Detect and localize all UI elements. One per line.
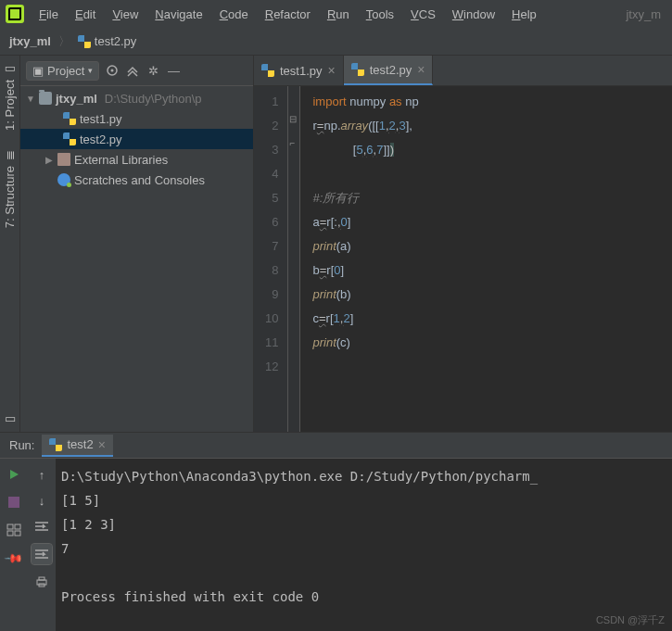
breadcrumb-project[interactable]: jtxy_ml: [9, 34, 51, 48]
project-tool-window: ▣ Project▾ ✲ — ▼ jtxy_ml D:\Study\Python…: [20, 56, 254, 432]
fold-end-icon: ⌐: [289, 138, 295, 148]
structure-icon: ≣: [4, 149, 17, 162]
svg-point-1: [111, 69, 114, 72]
console-output[interactable]: D:\Study\Python\Anaconda3\python.exe D:/…: [56, 459, 672, 631]
project-icon: ▭: [4, 63, 17, 76]
python-file-icon: [261, 64, 274, 77]
close-icon[interactable]: ×: [98, 437, 106, 452]
code-editor[interactable]: 123456789101112 ⊟ ⌐ import numpy as npr=…: [254, 86, 672, 432]
run-console-actions: ↑ ↓: [28, 459, 56, 631]
menu-view[interactable]: View: [105, 5, 146, 24]
tree-file[interactable]: test2.py: [20, 129, 253, 149]
scratches-node[interactable]: Scratches and Consoles: [20, 170, 253, 190]
close-icon[interactable]: ×: [328, 63, 336, 78]
breadcrumb-file[interactable]: test2.py: [78, 34, 137, 48]
menu-help[interactable]: Help: [504, 5, 544, 24]
library-icon: [57, 153, 70, 166]
menu-code[interactable]: Code: [212, 5, 256, 24]
tool-tab-structure[interactable]: 7: Structure ≣: [3, 149, 17, 228]
hide-icon[interactable]: —: [166, 63, 181, 78]
chevron-down-icon: ▼: [26, 94, 35, 104]
menu-file[interactable]: File: [32, 5, 66, 24]
run-header: Run: test2 ×: [0, 433, 672, 459]
fold-gutter: ⊟ ⌐: [288, 86, 299, 432]
editor-tab[interactable]: test2.py×: [344, 56, 434, 85]
scratches-icon: [57, 173, 70, 186]
project-view-selector[interactable]: ▣ Project▾: [26, 61, 99, 81]
chevron-right-icon: ▶: [44, 155, 54, 165]
tool-tab-project[interactable]: 1: Project ▭: [3, 63, 17, 131]
folder-icon: ▣: [32, 64, 44, 78]
stop-icon[interactable]: [6, 494, 22, 511]
bookmarks-icon[interactable]: ▭: [4, 411, 17, 424]
settings-icon[interactable]: ✲: [146, 63, 160, 78]
menu-tools[interactable]: Tools: [359, 5, 401, 24]
svg-rect-2: [7, 524, 13, 529]
svg-rect-7: [39, 577, 44, 580]
scroll-to-end-icon[interactable]: [32, 544, 52, 564]
close-icon[interactable]: ×: [417, 62, 425, 77]
print-icon[interactable]: [33, 574, 50, 590]
run-config-tab[interactable]: test2 ×: [42, 435, 112, 457]
code-content[interactable]: import numpy as npr=np.array([[1,2,3], […: [299, 86, 672, 432]
watermark: CSDN @浮千Z: [596, 613, 665, 627]
menu-bar: FileEditViewNavigateCodeRefactorRunTools…: [0, 0, 672, 28]
expand-all-icon[interactable]: [125, 63, 140, 78]
svg-rect-5: [15, 531, 20, 536]
run-actions-col: 📌: [0, 459, 28, 631]
breadcrumb: jtxy_ml 〉 test2.py: [0, 28, 672, 56]
editor-area: test1.py×test2.py× 123456789101112 ⊟ ⌐ i…: [254, 56, 672, 432]
tree-root[interactable]: ▼ jtxy_ml D:\Study\Python\p: [20, 88, 253, 108]
up-icon[interactable]: ↑: [33, 466, 50, 483]
python-file-icon: [63, 133, 76, 145]
pycharm-logo-icon: [6, 5, 24, 23]
tree-file[interactable]: test1.py: [20, 108, 253, 129]
line-number-gutter: 123456789101112: [254, 86, 288, 432]
svg-rect-3: [15, 524, 20, 529]
soft-wrap-icon[interactable]: [33, 518, 50, 535]
down-icon[interactable]: ↓: [33, 492, 50, 509]
project-tree: ▼ jtxy_ml D:\Study\Python\p test1.pytest…: [20, 86, 253, 432]
run-title: Run:: [9, 438, 34, 452]
python-file-icon: [63, 112, 76, 125]
menu-run[interactable]: Run: [320, 5, 357, 24]
editor-tabs: test1.py×test2.py×: [254, 56, 672, 86]
menu-edit[interactable]: Edit: [68, 5, 103, 24]
menu-refactor[interactable]: Refactor: [258, 5, 318, 24]
menu-navigate[interactable]: Navigate: [147, 5, 209, 24]
editor-tab[interactable]: test1.py×: [254, 56, 344, 85]
project-toolbar: ▣ Project▾ ✲ —: [20, 56, 253, 86]
python-file-icon: [78, 35, 91, 48]
fold-mark-icon[interactable]: ⊟: [289, 114, 297, 124]
python-file-icon: [49, 438, 62, 451]
window-title-path: jtxy_m: [626, 7, 666, 21]
run-tool-window: Run: test2 × 📌 ↑ ↓ D:\Study\Python\Anaco…: [0, 432, 672, 631]
menu-vcs[interactable]: VCS: [403, 5, 443, 24]
left-tool-strip: 1: Project ▭ 7: Structure ≣ ▭: [0, 56, 20, 432]
chevron-right-icon: 〉: [58, 33, 70, 50]
external-libraries[interactable]: ▶ External Libraries: [20, 149, 253, 170]
menu-window[interactable]: Window: [445, 5, 502, 24]
svg-rect-4: [7, 531, 13, 536]
python-file-icon: [351, 63, 364, 76]
module-icon: [39, 92, 52, 105]
pin-icon[interactable]: 📌: [2, 546, 25, 569]
select-opened-file-icon[interactable]: [105, 63, 120, 78]
run-icon[interactable]: [6, 466, 22, 483]
layout-icon[interactable]: [6, 522, 22, 538]
